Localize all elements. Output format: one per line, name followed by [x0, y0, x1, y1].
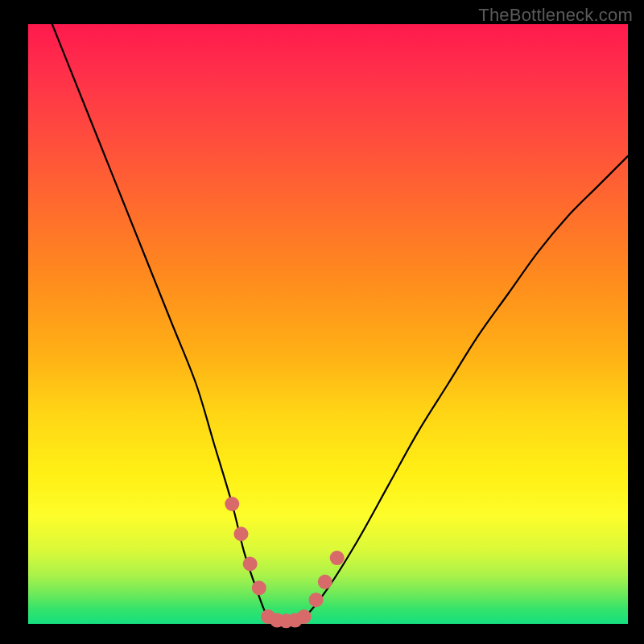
highlight-dot [225, 497, 239, 511]
highlight-dot [330, 551, 345, 565]
curve-group [52, 24, 628, 625]
chart-frame: TheBottleneck.com [0, 0, 644, 644]
highlight-dot [318, 575, 332, 589]
highlight-dots [225, 497, 344, 628]
bottleneck-curve [52, 24, 628, 625]
highlight-dot [309, 592, 324, 607]
highlight-dot [297, 609, 312, 624]
highlight-dot [233, 526, 248, 541]
bottleneck-curve-svg [28, 24, 628, 624]
watermark-text: TheBottleneck.com [478, 5, 633, 26]
highlight-dot [243, 557, 258, 572]
highlight-dot [252, 580, 266, 595]
plot-area [28, 24, 628, 624]
